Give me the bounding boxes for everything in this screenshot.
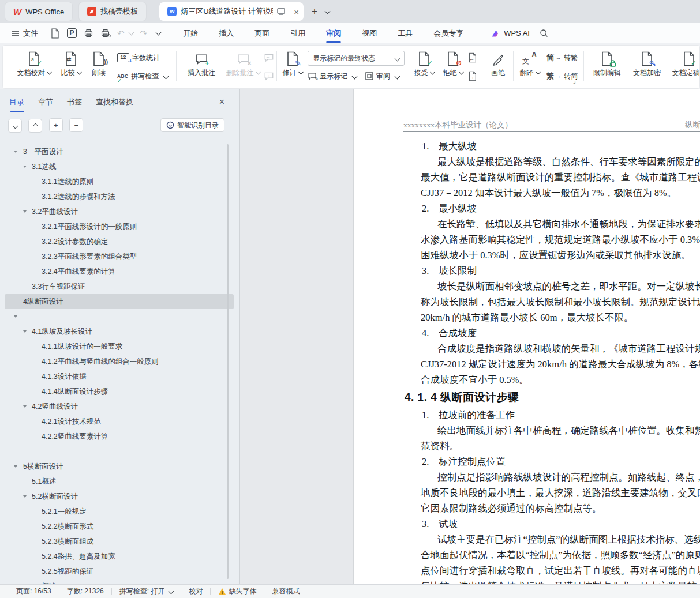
smart-toc-button[interactable]: 智能识别目录 bbox=[160, 118, 224, 132]
markup-state-select[interactable]: 显示标记的最终状态 bbox=[308, 51, 405, 66]
word-count-indicator[interactable]: 字数: 21326 bbox=[67, 586, 104, 596]
toolbar-more-chevron-icon[interactable] bbox=[154, 29, 160, 37]
sidebar-tab[interactable]: 查找和替换 bbox=[96, 97, 133, 112]
tab-list-chevron-icon[interactable] bbox=[323, 6, 330, 17]
sidebar-tab[interactable]: 章节 bbox=[38, 97, 53, 112]
toc-item[interactable]: 3.2.3平面线形要素的组合类型 bbox=[5, 249, 234, 264]
toc-item[interactable]: 3.1选线 bbox=[5, 159, 234, 174]
print-icon[interactable] bbox=[84, 28, 93, 38]
toc-item[interactable]: 3.2平曲线设计 bbox=[5, 204, 234, 219]
wps-ai-button[interactable]: WPS AI bbox=[491, 29, 530, 37]
tab-wps-office[interactable]: W WPS Office bbox=[5, 2, 73, 21]
redo-icon[interactable]: ↷ bbox=[140, 28, 148, 39]
toc-item[interactable]: 4.2.2竖曲线要素计算 bbox=[5, 429, 234, 444]
menu-item[interactable]: 审阅 bbox=[319, 23, 349, 43]
toc-expander-icon[interactable] bbox=[23, 166, 27, 168]
page-indicator[interactable]: 页面: 16/53 bbox=[16, 586, 51, 596]
sidebar-scrollbar[interactable] bbox=[227, 144, 229, 579]
tab-document[interactable]: W 炳三区U线道路设计 计算说明书 × bbox=[159, 2, 304, 21]
group-expand-icon[interactable]: ⌟ bbox=[573, 78, 576, 84]
next-comment-button[interactable]: → bbox=[264, 69, 274, 83]
accept-button[interactable]: ✓ 接受 bbox=[410, 50, 438, 84]
document-page[interactable]: xxxxxxxx本科毕业设计（论文） 纵断 1. 最大纵坡 最大纵坡是根据道路等… bbox=[353, 89, 700, 585]
menu-item[interactable]: 工具 bbox=[390, 23, 420, 43]
compare-button[interactable]: ⇄ 比较 bbox=[57, 50, 85, 84]
menu-item[interactable]: 插入 bbox=[211, 23, 241, 43]
toc-item[interactable]: 4.1.2平曲线与竖曲线的组合一般原则 bbox=[5, 354, 234, 369]
toc-zoom-in-button[interactable]: + bbox=[49, 118, 63, 132]
missing-font-warning[interactable]: 缺失字体 bbox=[218, 586, 256, 596]
proofread-status[interactable]: 校对 bbox=[189, 586, 203, 596]
toc-item[interactable]: 3.1.1选线的原则 bbox=[5, 174, 234, 189]
file-menu[interactable]: 文件 bbox=[12, 28, 38, 39]
reject-button[interactable]: ⊘ 拒绝 bbox=[439, 50, 467, 84]
to-traditional-button[interactable]: 简→ 转繁 bbox=[546, 51, 578, 65]
toc-item[interactable]: 3.3行车视距保证 bbox=[5, 279, 234, 294]
sidebar-tab[interactable]: 书签 bbox=[67, 97, 82, 112]
toc-expander-icon[interactable] bbox=[14, 315, 17, 318]
spell-check-button[interactable]: ABC✓ 拼写检查 bbox=[117, 69, 168, 83]
next-change-button[interactable]: → bbox=[468, 69, 477, 83]
toc-item[interactable]: 3.2.2设计参数的确定 bbox=[5, 234, 234, 249]
compat-mode-indicator[interactable]: 兼容模式 bbox=[272, 586, 300, 596]
toc-item[interactable]: 3.1.2选线的步骤和方法 bbox=[5, 189, 234, 204]
toc-expander-icon[interactable] bbox=[14, 465, 17, 468]
finalize-button[interactable]: ✓ 文档定稿 bbox=[667, 50, 700, 84]
toc-item[interactable]: 5.2.4路拱、超高及加宽 bbox=[5, 549, 234, 564]
sidebar-close-icon[interactable]: × bbox=[219, 97, 224, 107]
toc-item[interactable]: 4.2竖曲线设计 bbox=[5, 399, 234, 414]
sidebar-tab[interactable]: 目录 bbox=[9, 97, 24, 112]
toc-collapse-button[interactable] bbox=[28, 119, 42, 133]
close-tab-icon[interactable]: × bbox=[294, 7, 299, 16]
proofread-button[interactable]: a✓ 文档校对 bbox=[13, 50, 55, 84]
translate-button[interactable]: 文A 翻译 bbox=[516, 50, 543, 84]
toc-expander-icon[interactable] bbox=[23, 495, 27, 498]
toc-item[interactable]: 3.2.4平曲线要素的计算 bbox=[5, 264, 234, 279]
toc-item[interactable]: 5横断面设计 bbox=[5, 459, 234, 474]
menu-item[interactable]: 页面 bbox=[247, 23, 277, 43]
export-pdf-icon[interactable]: P bbox=[67, 28, 77, 38]
toc-item[interactable]: 4.1.1纵坡设计的一般要求 bbox=[5, 339, 234, 354]
delete-comment-button[interactable]: × 删除批注 bbox=[222, 50, 264, 84]
toc-item[interactable]: 5.2横断面设计 bbox=[5, 489, 234, 504]
toc-expander-icon[interactable] bbox=[23, 210, 27, 213]
toc-item[interactable]: 5.2.1一般规定 bbox=[5, 504, 234, 519]
undo-icon[interactable]: ↶ bbox=[117, 28, 125, 39]
show-markup-button[interactable]: ✎ 显示标记 bbox=[308, 69, 357, 83]
toc-item[interactable]: 5.1概述 bbox=[5, 474, 234, 489]
toc-item[interactable]: 4纵断面设计 bbox=[5, 294, 234, 309]
toc-expander-icon[interactable] bbox=[14, 151, 17, 153]
toc-expander-icon[interactable] bbox=[23, 405, 27, 408]
restrict-edit-button[interactable]: 限制编辑 bbox=[588, 50, 626, 84]
reading-mode-icon[interactable] bbox=[277, 8, 285, 15]
paint-pen-button[interactable]: 画笔 bbox=[485, 50, 511, 84]
toc-item[interactable]: 5.2.2横断面形式 bbox=[5, 519, 234, 534]
toc-item[interactable]: 5.2.3横断面组成 bbox=[5, 534, 234, 549]
new-tab-button[interactable]: + bbox=[312, 6, 317, 17]
print-preview-icon[interactable] bbox=[100, 28, 110, 38]
toc-item[interactable]: 4.2.1设计技术规范 bbox=[5, 414, 234, 429]
undo-chevron-icon[interactable] bbox=[127, 29, 133, 37]
track-changes-button[interactable]: ✎ 修订 bbox=[280, 50, 305, 84]
menu-item[interactable]: 引用 bbox=[283, 23, 313, 43]
review-pane-button[interactable]: 审阅 bbox=[365, 69, 399, 83]
spell-check-status[interactable]: 拼写检查: 打开 bbox=[119, 586, 174, 596]
previous-comment-button[interactable]: ← bbox=[264, 51, 274, 65]
toc-item[interactable] bbox=[5, 309, 234, 324]
menu-item[interactable]: 会员专享 bbox=[426, 23, 471, 43]
toc-zoom-out-button[interactable]: − bbox=[69, 118, 83, 132]
read-aloud-button[interactable]: )) 朗读 bbox=[86, 50, 111, 84]
toc-item[interactable]: 5.2.5视距的保证 bbox=[5, 564, 234, 579]
save-icon[interactable] bbox=[50, 28, 60, 39]
toc-item[interactable]: 4.1.3设计依据 bbox=[5, 369, 234, 384]
menu-item[interactable]: 视图 bbox=[354, 23, 384, 43]
toc-item[interactable]: 4.1纵坡及坡长设计 bbox=[5, 324, 234, 339]
document-canvas[interactable]: xxxxxxxx本科毕业设计（论文） 纵断 1. 最大纵坡 最大纵坡是根据道路等… bbox=[240, 89, 700, 585]
previous-change-button[interactable]: ← bbox=[468, 51, 477, 65]
toc-expand-button[interactable] bbox=[8, 119, 22, 133]
encrypt-button[interactable]: 文档加密 bbox=[628, 50, 665, 84]
toc-item[interactable]: 3 平面设计 bbox=[5, 144, 234, 159]
toc-item[interactable]: 3.2.1平面线形设计的一般原则 bbox=[5, 219, 234, 234]
search-icon[interactable] bbox=[539, 28, 549, 38]
word-count-button[interactable]: 12+ 字数统计 bbox=[117, 51, 160, 65]
